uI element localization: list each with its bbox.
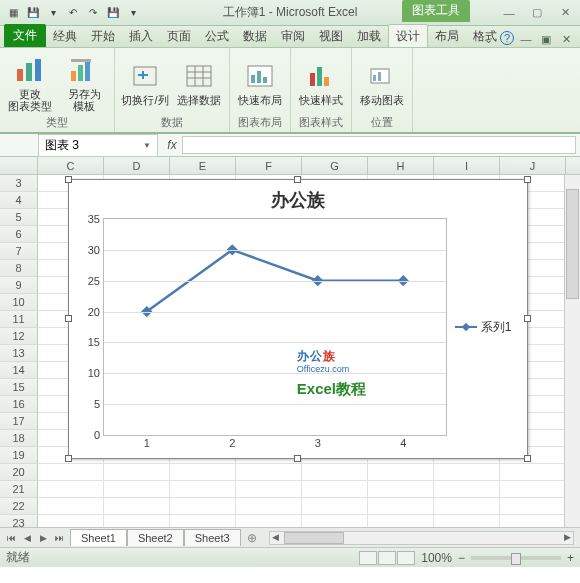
- cell[interactable]: [302, 498, 368, 515]
- line-series[interactable]: [104, 219, 446, 435]
- cell[interactable]: [500, 464, 566, 481]
- name-box-dropdown-icon[interactable]: ▼: [143, 141, 151, 150]
- tab-layout[interactable]: 布局: [428, 25, 466, 47]
- minimize-icon[interactable]: —: [498, 5, 520, 21]
- change-chart-type-button[interactable]: 更改 图表类型: [6, 54, 54, 112]
- zoom-slider[interactable]: [471, 556, 561, 560]
- page-layout-view-icon[interactable]: [378, 551, 396, 565]
- row-header[interactable]: 6: [0, 226, 38, 243]
- row-header[interactable]: 22: [0, 498, 38, 515]
- redo-icon[interactable]: ↷: [84, 4, 102, 22]
- first-sheet-icon[interactable]: ⏮: [4, 533, 18, 543]
- cell[interactable]: [104, 515, 170, 527]
- zoom-in-icon[interactable]: +: [567, 551, 574, 565]
- tab-insert[interactable]: 插入: [122, 25, 160, 47]
- excel-icon[interactable]: ▦: [4, 4, 22, 22]
- cell[interactable]: [368, 481, 434, 498]
- row-header[interactable]: 3: [0, 175, 38, 192]
- cell[interactable]: [38, 464, 104, 481]
- row-header[interactable]: 21: [0, 481, 38, 498]
- row-header[interactable]: 16: [0, 396, 38, 413]
- row-header[interactable]: 10: [0, 294, 38, 311]
- prev-sheet-icon[interactable]: ◀: [20, 533, 34, 543]
- cell[interactable]: [236, 498, 302, 515]
- save-icon[interactable]: 💾: [24, 4, 42, 22]
- scroll-right-icon[interactable]: ▶: [564, 532, 571, 542]
- cell[interactable]: [500, 515, 566, 527]
- row-header[interactable]: 14: [0, 362, 38, 379]
- tab-page[interactable]: 页面: [160, 25, 198, 47]
- cell[interactable]: [170, 515, 236, 527]
- column-header[interactable]: C: [38, 157, 104, 174]
- tab-file[interactable]: 文件: [4, 24, 46, 47]
- qat-dropdown-icon[interactable]: ▾: [44, 4, 62, 22]
- worksheet-area[interactable]: CDEFGHIJ 3456789101112131415161718192021…: [0, 157, 580, 527]
- cell[interactable]: [104, 498, 170, 515]
- resize-handle[interactable]: [65, 455, 72, 462]
- row-header[interactable]: 17: [0, 413, 38, 430]
- cell[interactable]: [236, 515, 302, 527]
- tab-addins[interactable]: 加载: [350, 25, 388, 47]
- row-header[interactable]: 4: [0, 192, 38, 209]
- help-icon[interactable]: ?: [500, 31, 514, 45]
- switch-row-col-button[interactable]: 切换行/列: [121, 60, 169, 106]
- resize-handle[interactable]: [524, 315, 531, 322]
- vertical-scrollbar[interactable]: [564, 175, 580, 527]
- scrollbar-thumb[interactable]: [284, 532, 344, 544]
- cell[interactable]: [236, 481, 302, 498]
- row-header[interactable]: 20: [0, 464, 38, 481]
- quick-styles-button[interactable]: 快速样式: [297, 60, 345, 106]
- maximize-icon[interactable]: ▢: [526, 5, 548, 21]
- formula-input[interactable]: [182, 136, 576, 154]
- plot-area[interactable]: 05101520253035 1234 办公族 Officezu.com Exc…: [103, 218, 447, 436]
- cell[interactable]: [236, 464, 302, 481]
- cell[interactable]: [170, 481, 236, 498]
- row-header[interactable]: 12: [0, 328, 38, 345]
- zoom-percent[interactable]: 100%: [421, 551, 452, 565]
- cell[interactable]: [368, 515, 434, 527]
- cell[interactable]: [104, 464, 170, 481]
- column-header[interactable]: G: [302, 157, 368, 174]
- tab-view[interactable]: 视图: [312, 25, 350, 47]
- cell[interactable]: [170, 498, 236, 515]
- next-sheet-icon[interactable]: ▶: [36, 533, 50, 543]
- tab-formulas[interactable]: 公式: [198, 25, 236, 47]
- sheet-tab-2[interactable]: Sheet2: [127, 529, 184, 546]
- cell[interactable]: [170, 464, 236, 481]
- cell[interactable]: [302, 515, 368, 527]
- tab-design[interactable]: 设计: [388, 24, 428, 47]
- cell[interactable]: [302, 464, 368, 481]
- cell[interactable]: [302, 481, 368, 498]
- column-header[interactable]: F: [236, 157, 302, 174]
- row-header[interactable]: 11: [0, 311, 38, 328]
- doc-restore-icon[interactable]: ▣: [538, 31, 554, 47]
- save-as-template-button[interactable]: 另存为 模板: [60, 54, 108, 112]
- resize-handle[interactable]: [524, 455, 531, 462]
- row-header[interactable]: 7: [0, 243, 38, 260]
- fx-icon[interactable]: fx: [162, 138, 182, 152]
- save-icon-2[interactable]: 💾: [104, 4, 122, 22]
- cell[interactable]: [38, 481, 104, 498]
- cell[interactable]: [434, 481, 500, 498]
- cell[interactable]: [38, 498, 104, 515]
- column-header[interactable]: E: [170, 157, 236, 174]
- chart-title[interactable]: 办公族: [77, 186, 519, 218]
- tab-home[interactable]: 开始: [84, 25, 122, 47]
- resize-handle[interactable]: [294, 176, 301, 183]
- cell[interactable]: [368, 464, 434, 481]
- quick-layout-button[interactable]: 快速布局: [236, 60, 284, 106]
- page-break-view-icon[interactable]: [397, 551, 415, 565]
- cell[interactable]: [368, 498, 434, 515]
- row-header[interactable]: 13: [0, 345, 38, 362]
- sheet-tab-3[interactable]: Sheet3: [184, 529, 241, 546]
- move-chart-button[interactable]: 移动图表: [358, 60, 406, 106]
- select-data-button[interactable]: 选择数据: [175, 60, 223, 106]
- undo-icon[interactable]: ↶: [64, 4, 82, 22]
- row-header[interactable]: 8: [0, 260, 38, 277]
- cell[interactable]: [38, 515, 104, 527]
- normal-view-icon[interactable]: [359, 551, 377, 565]
- tab-classic[interactable]: 经典: [46, 25, 84, 47]
- column-header[interactable]: D: [104, 157, 170, 174]
- new-sheet-icon[interactable]: ⊕: [241, 531, 263, 545]
- resize-handle[interactable]: [65, 176, 72, 183]
